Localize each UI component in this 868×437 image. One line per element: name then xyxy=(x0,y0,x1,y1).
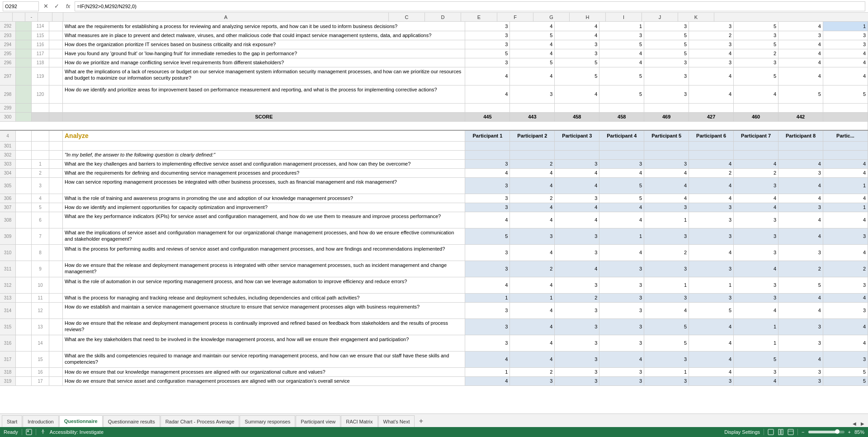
table-row: 292 114 What are the requirements for es… xyxy=(0,22,868,31)
table-row: 312 10 What is the role of automation in… xyxy=(0,277,868,293)
table-row: 308 6 What are the key performance indic… xyxy=(0,212,868,228)
confirm-button[interactable]: ✓ xyxy=(52,1,61,11)
formula-bar: O292 ✕ ✓ fx =IF(N292>0,M292/N292,0) xyxy=(0,0,868,13)
tab-scroll-left[interactable]: ◀ xyxy=(851,420,858,427)
analyze-header-row: 4 Analyze Participant 1 Participant 2 Pa… xyxy=(0,130,868,141)
tab-questionnaire[interactable]: Questionnaire xyxy=(59,415,103,427)
table-row: 313 11 What is the process for managing … xyxy=(0,293,868,302)
fx-label: fx xyxy=(66,3,70,10)
col-header-E[interactable]: E xyxy=(461,13,497,21)
tab-summary-responses[interactable]: Summary responses xyxy=(240,415,295,427)
display-settings: Display Settings xyxy=(724,429,760,435)
tab-questionnaire-results[interactable]: Questionnaire results xyxy=(103,415,160,427)
table-row: 302 "In my belief, the answer to the fol… xyxy=(0,150,868,159)
col-header-sub[interactable] xyxy=(52,13,63,21)
zoom-slider[interactable] xyxy=(835,429,840,434)
tab-radar-chart[interactable]: Radar Chart - Process Average xyxy=(160,415,240,427)
table-row: 307 5 How do we identify and implement o… xyxy=(0,203,868,212)
col-header-D[interactable]: D xyxy=(425,13,461,21)
col-header-G[interactable]: G xyxy=(533,13,570,21)
table-row: 309 7 What are the implications of servi… xyxy=(0,228,868,244)
score-row: 300 SCORE 445 443 458 458 469 427 460 44… xyxy=(0,112,868,121)
tab-scroll-right[interactable]: ▶ xyxy=(859,420,866,427)
grid-body: 292 114 What are the requirements for es… xyxy=(0,22,868,413)
group-collapse-btn[interactable]: - xyxy=(31,14,32,19)
spreadsheet-table: 292 114 What are the requirements for es… xyxy=(0,22,868,386)
table-row: 318 16 How do we ensure that our knowled… xyxy=(0,367,868,376)
tab-participant-view[interactable]: Participant view xyxy=(296,415,340,427)
table-row: 296 118 How do we prioritize and manage … xyxy=(0,58,868,67)
col-header-J[interactable]: J xyxy=(642,13,678,21)
table-row: 293 115 What measures are in place to pr… xyxy=(0,31,868,40)
ready-status: Ready xyxy=(4,429,18,435)
table-row: 316 14 What are the key stakeholders tha… xyxy=(0,335,868,351)
table-row: 299 xyxy=(0,103,868,112)
svg-rect-3 xyxy=(768,429,774,435)
col-header-K[interactable]: K xyxy=(678,13,714,21)
col-header-I[interactable]: I xyxy=(606,13,642,21)
table-row: 298 120 How do we identify and prioritiz… xyxy=(0,85,868,103)
sheet-area: - A C D E F G H I J K xyxy=(0,13,868,413)
svg-point-2 xyxy=(42,430,43,431)
accessibility-label: Accessibility: Investigate xyxy=(50,429,104,435)
svg-rect-1 xyxy=(27,430,29,432)
cancel-button[interactable]: ✕ xyxy=(41,1,51,11)
table-row: 306 4 What is the role of training and a… xyxy=(0,194,868,203)
tab-start[interactable]: Start xyxy=(2,415,22,427)
formula-input[interactable]: =IF(N292>0,M292/N292,0) xyxy=(75,1,865,11)
table-row: 295 117 Have you found any 'ground fruit… xyxy=(0,49,868,58)
tab-whats-next[interactable]: What's Next xyxy=(378,415,415,427)
col-header-rownumber[interactable] xyxy=(38,13,52,21)
accessibility-icon xyxy=(40,429,46,435)
analyze-title: Analyze xyxy=(62,130,465,141)
svg-rect-4 xyxy=(778,429,780,435)
table-row: 315 13 How do we ensure that the release… xyxy=(0,318,868,335)
col-header-C[interactable]: C xyxy=(389,13,425,21)
cell-reference-box[interactable]: O292 xyxy=(3,1,39,11)
layout-break-icon[interactable] xyxy=(788,429,794,435)
table-row: 303 1 What are the key challenges and ba… xyxy=(0,159,868,168)
table-row: 297 119 What are the implications of a l… xyxy=(0,67,868,85)
tab-introduction[interactable]: Introduction xyxy=(23,415,58,427)
layout-page-icon[interactable] xyxy=(778,429,784,435)
tab-bar: Start Introduction Questionnaire Questio… xyxy=(0,413,868,427)
grid-content: 292 114 What are the requirements for es… xyxy=(0,22,868,413)
layout-normal-icon[interactable] xyxy=(768,429,774,435)
table-row: 304 2 What are the requirements for defi… xyxy=(0,168,868,177)
zoom-in-btn[interactable]: + xyxy=(848,429,851,435)
tab-raci-matrix[interactable]: RACI Matrix xyxy=(341,415,377,427)
table-row: 301 xyxy=(0,141,868,150)
cell-mode-icon xyxy=(26,429,32,435)
table-row: 311 9 How do we ensure that the release … xyxy=(0,261,868,277)
table-row: 310 8 What is the process for performing… xyxy=(0,244,868,261)
svg-rect-6 xyxy=(788,429,793,435)
table-row: 305 3 How can service reporting manageme… xyxy=(0,177,868,194)
col-header-F[interactable]: F xyxy=(497,13,533,21)
column-headers: - A C D E F G H I J K xyxy=(0,13,868,22)
col-header-A[interactable]: A xyxy=(63,13,389,21)
table-row: 319 17 How do we ensure that service ass… xyxy=(0,376,868,385)
col-header-H[interactable]: H xyxy=(570,13,606,21)
svg-rect-5 xyxy=(781,429,783,435)
status-bar: Ready Accessibility: Investigate Display… xyxy=(0,427,868,437)
zoom-level: 85% xyxy=(854,429,864,435)
add-sheet-button[interactable]: + xyxy=(415,415,427,427)
table-row: 294 116 How does the organization priori… xyxy=(0,40,868,49)
table-row: 314 12 How do we establish and maintain … xyxy=(0,302,868,318)
zoom-out-btn[interactable]: − xyxy=(802,429,804,435)
table-row xyxy=(0,121,868,130)
table-row: 317 15 What are the skills and competenc… xyxy=(0,351,868,367)
